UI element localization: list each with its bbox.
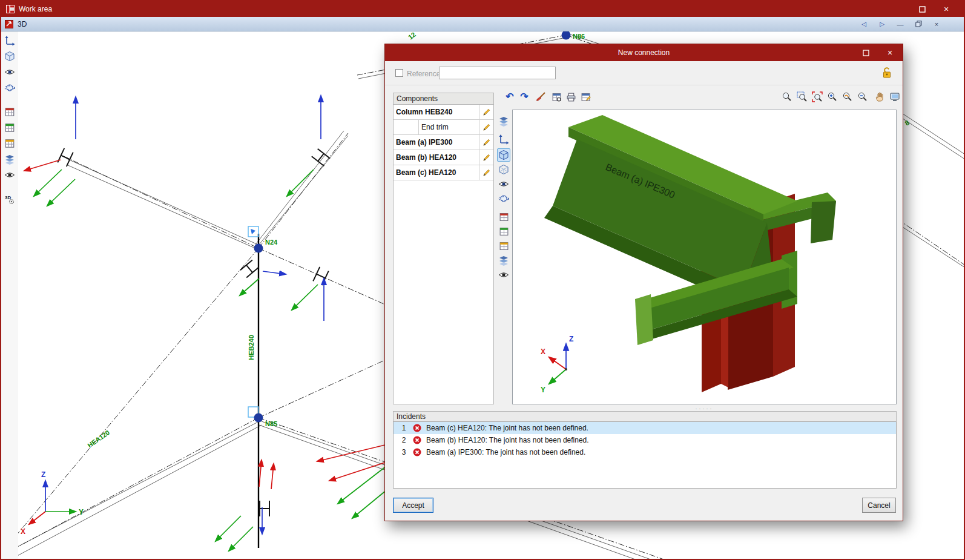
node-cursor-icon bbox=[251, 229, 255, 234]
node-n24[interactable] bbox=[254, 244, 263, 253]
previous-view-button[interactable]: ◁ bbox=[858, 19, 869, 29]
bars-table-red-icon[interactable] bbox=[4, 106, 16, 118]
subwindow-titlebar: 3D ◁ ▷ — × bbox=[1, 17, 964, 31]
new-connection-dialog: New connection × Reference ↶ ↷ bbox=[384, 44, 903, 521]
orbit-icon[interactable] bbox=[4, 82, 16, 94]
view-3d-icon bbox=[5, 20, 13, 28]
component-row-column[interactable]: Column HEB240 bbox=[394, 105, 493, 120]
node-label: N86 bbox=[573, 33, 585, 40]
component-row-beam-a[interactable]: Beam (a) IPE300 bbox=[394, 135, 493, 150]
reference-checkbox[interactable] bbox=[395, 69, 403, 77]
incident-text: Beam (c) HEA120: The joint has not been … bbox=[426, 424, 588, 432]
solid-view-icon[interactable] bbox=[4, 50, 16, 62]
incident-row[interactable]: 2 Beam (b) HEA120: The joint has not bee… bbox=[394, 434, 896, 446]
bars-table-red-icon[interactable] bbox=[497, 210, 510, 223]
section-symbol bbox=[260, 501, 269, 516]
fullscreen-icon[interactable] bbox=[888, 90, 901, 104]
node-label: N85 bbox=[265, 420, 277, 427]
accept-button[interactable]: Accept bbox=[393, 498, 433, 513]
beam-label: HEA120 bbox=[86, 429, 111, 449]
main-titlebar: Work area × bbox=[1, 1, 964, 17]
error-icon bbox=[413, 448, 421, 456]
dialog-close-button[interactable]: × bbox=[883, 47, 897, 59]
lock-icon[interactable] bbox=[881, 66, 893, 79]
connection-3d-viewport[interactable]: Beam (a) IPE300 Z X bbox=[512, 110, 897, 404]
pan-icon[interactable] bbox=[873, 90, 886, 104]
undo-icon[interactable]: ↶ bbox=[503, 90, 516, 104]
work-area-window: Work area × 3D ◁ ▷ — × bbox=[0, 0, 965, 560]
edit-component-button[interactable] bbox=[479, 120, 493, 134]
axis-y-label: Y bbox=[541, 386, 545, 394]
partial-member-label: 12 bbox=[407, 31, 417, 41]
redo-icon[interactable]: ↷ bbox=[518, 90, 531, 104]
bars-table-yellow-icon[interactable] bbox=[497, 239, 510, 252]
edit-component-button[interactable] bbox=[479, 165, 493, 180]
axes-tool-icon[interactable] bbox=[497, 133, 510, 146]
cancel-button[interactable]: Cancel bbox=[862, 498, 896, 513]
zoom-window-icon[interactable] bbox=[795, 90, 809, 104]
edit-component-button[interactable] bbox=[479, 105, 493, 119]
axis-x-label: X bbox=[541, 348, 545, 356]
edit-component-button[interactable] bbox=[479, 150, 493, 165]
visibility-icon[interactable] bbox=[497, 177, 510, 191]
error-icon bbox=[413, 424, 421, 432]
main-left-toolbar: 3D bbox=[1, 31, 18, 559]
viewport-axis-triad: Z X Y bbox=[541, 335, 573, 394]
layers-icon[interactable] bbox=[497, 114, 510, 128]
node-n86[interactable] bbox=[562, 31, 571, 40]
component-row-beam-c[interactable]: Beam (c) HEA120 bbox=[394, 165, 493, 180]
views-3d-icon[interactable]: 3D bbox=[4, 193, 16, 205]
brush-icon[interactable] bbox=[534, 90, 547, 104]
zoom-in-icon[interactable] bbox=[826, 90, 839, 104]
axes-tool-icon[interactable] bbox=[4, 35, 16, 47]
section-symbol bbox=[240, 260, 259, 278]
layers-icon[interactable] bbox=[4, 153, 16, 165]
axis-z-label: Z bbox=[41, 470, 45, 479]
section-symbol bbox=[58, 148, 73, 166]
incident-text: Beam (b) HEA120: The joint has not been … bbox=[426, 436, 589, 444]
bars-table-green-icon[interactable] bbox=[4, 122, 16, 134]
bars-table-green-icon[interactable] bbox=[497, 225, 510, 238]
close-button[interactable]: × bbox=[938, 3, 954, 15]
zoom-extents-icon[interactable] bbox=[811, 90, 824, 104]
incidents-list: 1 Beam (c) HEA120: The joint has not bee… bbox=[393, 421, 897, 489]
dialog-title: New connection bbox=[618, 48, 670, 57]
zoom-out-icon[interactable] bbox=[856, 90, 869, 104]
app-logo-icon bbox=[6, 5, 15, 13]
visibility-icon[interactable] bbox=[4, 66, 16, 78]
show-hide-icon[interactable] bbox=[4, 169, 16, 181]
axis-y-label: Y bbox=[79, 508, 84, 516]
restore-subwindow-button[interactable] bbox=[913, 19, 924, 29]
reference-input[interactable] bbox=[439, 67, 556, 79]
zoom-previous-icon[interactable] bbox=[841, 90, 854, 104]
table-report-icon[interactable] bbox=[550, 90, 563, 104]
incident-row[interactable]: 3 Beam (a) IPE300: The joint has not bee… bbox=[394, 446, 896, 458]
subwindow-title: 3D bbox=[18, 20, 27, 28]
edit-component-button[interactable] bbox=[479, 135, 493, 150]
solid-view-icon[interactable] bbox=[497, 148, 510, 162]
orbit-icon[interactable] bbox=[497, 192, 510, 205]
maximize-button[interactable] bbox=[914, 3, 930, 15]
section-symbol bbox=[313, 267, 328, 285]
zoom-icon[interactable] bbox=[780, 90, 794, 104]
show-hide-icon[interactable] bbox=[497, 268, 510, 282]
bars-table-yellow-icon[interactable] bbox=[4, 137, 16, 150]
next-view-button[interactable]: ▷ bbox=[877, 19, 888, 29]
section-symbol bbox=[312, 149, 330, 166]
layers-icon[interactable] bbox=[497, 254, 510, 267]
printer-icon[interactable] bbox=[564, 90, 578, 104]
wireframe-view-icon[interactable] bbox=[497, 163, 510, 176]
node-label: N24 bbox=[265, 239, 278, 246]
component-row-end-trim[interactable]: End trim bbox=[394, 120, 493, 135]
table-edit-icon[interactable] bbox=[579, 90, 592, 104]
node-n85[interactable] bbox=[254, 413, 263, 423]
minimize-subwindow-button[interactable]: — bbox=[895, 19, 906, 29]
error-icon bbox=[413, 436, 421, 444]
component-row-beam-b[interactable]: Beam (b) HEA120 bbox=[394, 150, 493, 165]
dialog-maximize-button[interactable] bbox=[859, 47, 872, 59]
incident-row[interactable]: 1 Beam (c) HEA120: The joint has not bee… bbox=[394, 422, 896, 434]
close-subwindow-button[interactable]: × bbox=[931, 19, 942, 29]
components-header: Components bbox=[394, 93, 493, 105]
reference-row: Reference bbox=[385, 61, 903, 85]
reference-label: Reference bbox=[407, 70, 440, 78]
